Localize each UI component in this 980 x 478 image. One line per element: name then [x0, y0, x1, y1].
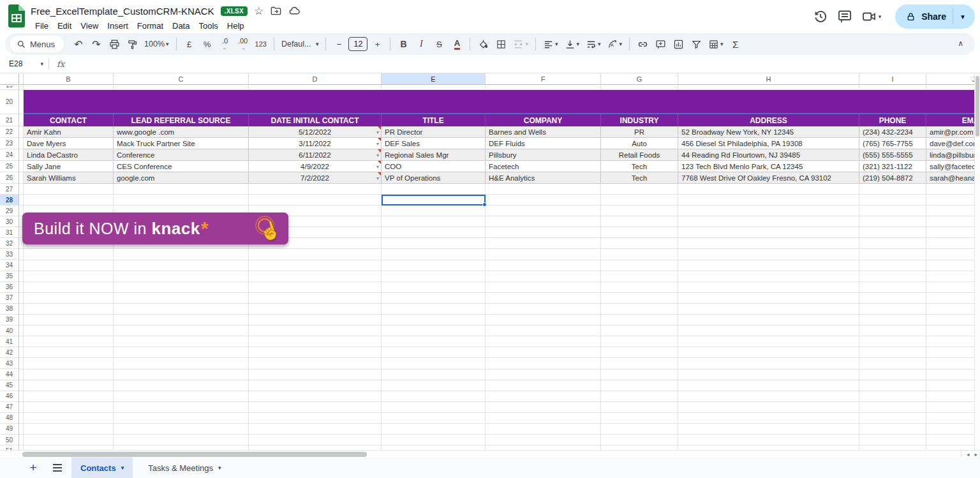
table-header-cell[interactable]: PHONE	[859, 114, 926, 126]
row-number-36[interactable]: 36	[0, 282, 19, 293]
row-number-26[interactable]: 26	[0, 172, 19, 184]
table-header-cell[interactable]: ADDRESS	[678, 114, 859, 126]
paint-format-button[interactable]	[124, 36, 140, 52]
zoom-selector[interactable]: 100% ▾	[142, 36, 172, 52]
strikethrough-button[interactable]: S	[431, 36, 447, 52]
add-sheet-button[interactable]: +	[26, 461, 41, 475]
more-formats-button[interactable]: 123	[253, 36, 269, 52]
column-header-h[interactable]: H	[678, 73, 859, 84]
row-number-39[interactable]: 39	[0, 315, 19, 325]
video-call-button[interactable]: ▾	[861, 9, 882, 24]
table-header-cell[interactable]: TITLE	[382, 114, 486, 126]
grid-cell-address[interactable]: 123 Tech Blvd Menlo Park, CA 12345	[678, 161, 859, 172]
increase-decimal-button[interactable]: .00→	[235, 36, 251, 52]
grid-cell-source[interactable]: CES Conference	[114, 161, 249, 172]
grid-cell-title[interactable]: Regional Sales Mgr	[382, 149, 486, 161]
history-icon[interactable]	[813, 9, 828, 24]
grid-cell-phone[interactable]: (555) 555-5555	[859, 149, 926, 161]
knack-banner[interactable]: Build it NOW in knack* ☝	[22, 213, 288, 244]
menu-data[interactable]: Data	[168, 20, 194, 32]
grid-cell-email[interactable]: dave@def.cor	[926, 138, 974, 149]
grid-cell-title[interactable]: PR Director	[382, 126, 486, 138]
grid-cell-contact[interactable]: Sally Jane	[24, 161, 114, 172]
column-header-d[interactable]: D	[249, 73, 382, 84]
print-button[interactable]	[106, 36, 122, 52]
row-number-47[interactable]: 47	[0, 402, 19, 413]
sheet-tab-tasks-meetings[interactable]: Tasks & Meetings▾	[139, 458, 230, 478]
grid-cell-source[interactable]: Mack Truck Partner Site	[114, 138, 249, 149]
grid-cell-source[interactable]: Conference	[114, 149, 249, 161]
scroll-right-icon[interactable]: ▸	[974, 451, 977, 458]
share-dropdown[interactable]: ▼	[953, 13, 972, 20]
row-number-19[interactable]: 19	[0, 86, 19, 90]
grid-cell-contact[interactable]: Amir Kahn	[24, 126, 114, 138]
grid-cell-company[interactable]: DEF Fluids	[486, 138, 601, 149]
bold-button[interactable]: B	[395, 36, 412, 52]
format-currency-button[interactable]: £	[181, 36, 198, 52]
grid-cell-industry[interactable]: Tech	[601, 161, 678, 172]
grid-body[interactable]: CONTACTLEAD REFERRAL SOURCEDATE INITIAL …	[19, 86, 974, 450]
font-selector[interactable]: Defaul... ▾	[279, 36, 322, 52]
name-box[interactable]: E28 ▾	[0, 59, 48, 68]
row-number-43[interactable]: 43	[0, 358, 19, 369]
italic-button[interactable]: I	[413, 36, 429, 52]
row-number-48[interactable]: 48	[0, 413, 19, 424]
active-cell-outline[interactable]	[382, 195, 486, 205]
grid-cell-address[interactable]: 52 Broadway New York, NY 12345	[678, 126, 859, 138]
row-number-21[interactable]: 21	[0, 114, 19, 126]
grid-cell-industry[interactable]: Auto	[601, 138, 678, 149]
column-header-i[interactable]: I	[859, 73, 926, 84]
row-number-33[interactable]: 33	[0, 249, 19, 260]
grid-cell-phone[interactable]: (765) 765-7755	[859, 138, 926, 149]
comment-icon[interactable]	[837, 9, 852, 24]
grid-cell-company[interactable]: Pillsbury	[486, 149, 601, 161]
menu-insert[interactable]: Insert	[103, 20, 133, 32]
grid-cell-address[interactable]: 7768 West Drive Of Oakley Fresno, CA 931…	[678, 172, 859, 184]
text-rotation-button[interactable]: A ▾	[605, 36, 625, 52]
row-number-24[interactable]: 24	[0, 149, 19, 161]
collapse-toolbar-button[interactable]: ∧	[958, 39, 963, 48]
grid-cell-contact[interactable]: Linda DeCastro	[24, 149, 114, 161]
row-number-45[interactable]: 45	[0, 380, 19, 391]
grid-cell-email[interactable]: sally@facetec	[926, 161, 974, 172]
sheets-logo-icon[interactable]	[8, 4, 26, 27]
scroll-left-icon[interactable]: ◂	[967, 451, 970, 458]
borders-button[interactable]	[493, 36, 509, 52]
dropdown-caret-icon[interactable]: ▾	[376, 163, 379, 169]
document-title[interactable]: Free_ExcelTemplate_CustomCRM-KNACK	[31, 6, 214, 17]
all-sheets-icon[interactable]	[50, 464, 65, 472]
row-number-34[interactable]: 34	[0, 260, 19, 271]
table-header-cell[interactable]: DATE INITIAL CONTACT	[249, 114, 382, 126]
star-icon[interactable]: ☆	[254, 6, 264, 17]
redo-button[interactable]: ↷	[88, 36, 105, 52]
column-header-c[interactable]: C	[114, 73, 249, 84]
dropdown-caret-icon[interactable]: ▾	[376, 140, 379, 146]
grid-cell-date[interactable]: 7/2/2022▾	[249, 172, 382, 184]
row-number-20[interactable]: 20	[0, 90, 19, 114]
insert-comment-button[interactable]	[652, 36, 669, 52]
horizontal-scrollbar-thumb[interactable]	[22, 452, 367, 457]
vertical-scrollbar[interactable]	[974, 73, 980, 450]
grid-cell-date[interactable]: 6/11/2022▾	[249, 149, 382, 161]
grid-cell-date[interactable]: 4/9/2022▾	[249, 161, 382, 172]
row-number-29[interactable]: 29	[0, 205, 19, 216]
column-header-e[interactable]: E	[382, 73, 486, 84]
grid-cell-company[interactable]: Facetech	[486, 161, 601, 172]
share-button[interactable]: Share ▼	[895, 4, 975, 29]
sheet-tab-contacts[interactable]: Contacts▾	[71, 458, 133, 478]
text-wrap-button[interactable]: ▾	[583, 36, 604, 52]
column-header-a[interactable]	[19, 73, 24, 84]
column-header-f[interactable]: F	[486, 73, 601, 84]
table-header-cell[interactable]: LEAD REFERRAL SOURCE	[114, 114, 249, 126]
grid-cell-address[interactable]: 44 Reading Rd Flourtown, NJ 39485	[678, 149, 859, 161]
merge-cells-button[interactable]: ▾	[510, 36, 531, 52]
grid-cell-source[interactable]: www.google .com	[114, 126, 249, 138]
grid-cell-email[interactable]: sarah@heanal	[926, 172, 974, 184]
undo-button[interactable]: ↶	[70, 36, 87, 52]
grid-cell-date[interactable]: 3/11/2022▾	[249, 138, 382, 149]
fill-handle[interactable]	[482, 202, 487, 207]
column-header-j[interactable]: J	[926, 73, 974, 84]
grid-cell-phone[interactable]: (321) 321-1122	[859, 161, 926, 172]
vertical-scrollbar-thumb[interactable]	[976, 76, 979, 137]
font-size-input[interactable]: 12	[348, 37, 368, 51]
